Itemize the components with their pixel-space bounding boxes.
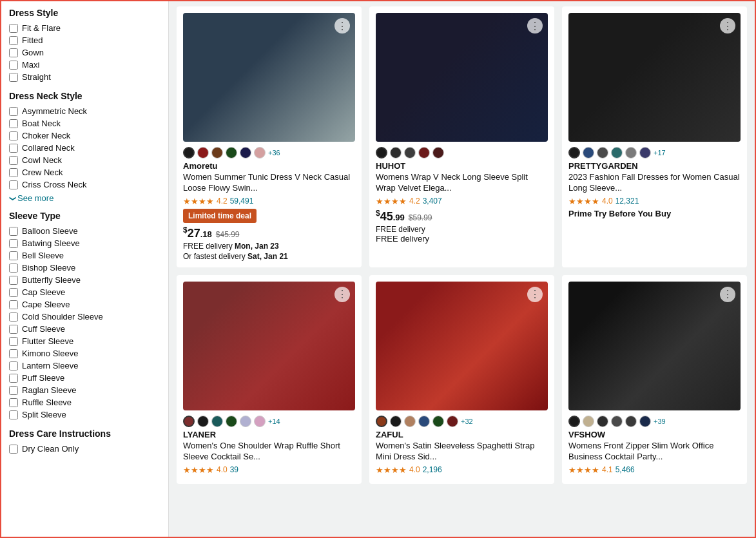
- filter-checkbox[interactable]: [9, 349, 18, 358]
- filter-item[interactable]: Bishop Sleeve: [9, 262, 160, 274]
- filter-item[interactable]: Puff Sleeve: [9, 372, 160, 384]
- filter-checkbox[interactable]: [9, 239, 18, 248]
- product-image[interactable]: ⋮: [376, 282, 548, 410]
- filter-item[interactable]: Lantern Sleeve: [9, 360, 160, 372]
- three-dot-menu[interactable]: ⋮: [527, 287, 543, 302]
- product-title[interactable]: Womens Front Zipper Slim Work Office Bus…: [568, 441, 741, 463]
- color-swatch[interactable]: [625, 416, 637, 427]
- product-title[interactable]: Women's Satin Sleeveless Spaghetti Strap…: [376, 441, 548, 463]
- filter-item[interactable]: Kimono Sleeve: [9, 347, 160, 360]
- prime-try-text[interactable]: Prime Try Before You Buy: [568, 209, 741, 218]
- star-rating[interactable]: ★★★★: [183, 465, 214, 475]
- product-image[interactable]: ⋮: [568, 13, 741, 142]
- filter-item[interactable]: Split Sleeve: [9, 408, 160, 421]
- color-swatch[interactable]: [390, 416, 402, 427]
- filter-item[interactable]: Choker Neck: [9, 130, 160, 142]
- color-swatch[interactable]: [211, 416, 223, 427]
- color-swatch[interactable]: [568, 147, 580, 159]
- filter-checkbox[interactable]: [9, 386, 18, 395]
- color-swatch[interactable]: [226, 416, 237, 427]
- filter-item[interactable]: Straight: [9, 71, 160, 83]
- color-swatch[interactable]: [639, 416, 651, 427]
- filter-checkbox[interactable]: [9, 24, 18, 33]
- color-swatch[interactable]: [183, 416, 195, 427]
- color-swatch[interactable]: [625, 147, 637, 159]
- three-dot-menu[interactable]: ⋮: [334, 287, 350, 302]
- color-swatch[interactable]: [568, 416, 580, 427]
- color-swatch[interactable]: [254, 147, 266, 159]
- filter-item[interactable]: Cuff Sleeve: [9, 323, 160, 335]
- product-image[interactable]: ⋮: [376, 13, 548, 142]
- filter-checkbox[interactable]: [9, 264, 18, 273]
- three-dot-menu[interactable]: ⋮: [334, 18, 350, 34]
- filter-item[interactable]: Batwing Sleeve: [9, 237, 160, 249]
- swatch-more[interactable]: +39: [654, 418, 666, 425]
- filter-checkbox[interactable]: [9, 131, 18, 140]
- filter-checkbox[interactable]: [9, 445, 18, 454]
- filter-item[interactable]: Butterfly Sleeve: [9, 274, 160, 286]
- filter-checkbox[interactable]: [9, 325, 18, 334]
- filter-item[interactable]: Balloon Sleeve: [9, 225, 160, 237]
- color-swatch[interactable]: [376, 416, 387, 427]
- color-swatch[interactable]: [418, 416, 430, 427]
- filter-item[interactable]: Asymmetric Neck: [9, 105, 160, 117]
- product-title[interactable]: Womens Wrap V Neck Long Sleeve Split Wra…: [376, 172, 548, 194]
- filter-item[interactable]: Fit & Flare: [9, 22, 160, 34]
- color-swatch[interactable]: [583, 147, 594, 159]
- color-swatch[interactable]: [211, 147, 223, 159]
- filter-item[interactable]: Maxi: [9, 59, 160, 71]
- filter-checkbox[interactable]: [9, 398, 18, 407]
- review-count[interactable]: 3,407: [423, 197, 442, 206]
- review-count[interactable]: 59,491: [230, 197, 254, 206]
- filter-item[interactable]: Gown: [9, 46, 160, 59]
- filter-checkbox[interactable]: [9, 144, 18, 153]
- color-swatch[interactable]: [254, 416, 266, 427]
- review-count[interactable]: 39: [230, 465, 238, 474]
- color-swatch[interactable]: [404, 416, 416, 427]
- color-swatch[interactable]: [611, 147, 623, 159]
- color-swatch[interactable]: [240, 416, 251, 427]
- color-swatch[interactable]: [183, 147, 195, 159]
- filter-checkbox[interactable]: [9, 337, 18, 346]
- filter-checkbox[interactable]: [9, 61, 18, 70]
- filter-item[interactable]: Fitted: [9, 34, 160, 46]
- star-rating[interactable]: ★★★★: [568, 197, 599, 206]
- filter-checkbox[interactable]: [9, 374, 18, 383]
- color-swatch[interactable]: [376, 147, 387, 159]
- filter-checkbox[interactable]: [9, 288, 18, 297]
- filter-item[interactable]: Cape Sleeve: [9, 298, 160, 311]
- color-swatch[interactable]: [597, 416, 608, 427]
- filter-checkbox[interactable]: [9, 156, 18, 165]
- filter-item[interactable]: Boat Neck: [9, 117, 160, 130]
- color-swatch[interactable]: [197, 147, 209, 159]
- product-title[interactable]: 2023 Fashion Fall Dresses for Women Casu…: [568, 172, 741, 194]
- filter-item[interactable]: Flutter Sleeve: [9, 335, 160, 347]
- swatch-more[interactable]: +32: [461, 418, 473, 425]
- color-swatch[interactable]: [597, 147, 608, 159]
- swatch-more[interactable]: +17: [654, 149, 666, 157]
- star-rating[interactable]: ★★★★: [183, 197, 214, 206]
- three-dot-menu[interactable]: ⋮: [720, 287, 735, 302]
- filter-checkbox[interactable]: [9, 73, 18, 82]
- filter-item[interactable]: Ruffle Sleeve: [9, 396, 160, 408]
- see-more-link[interactable]: ❯ See more: [10, 193, 160, 203]
- color-swatch[interactable]: [447, 416, 458, 427]
- color-swatch[interactable]: [639, 147, 651, 159]
- filter-checkbox[interactable]: [9, 312, 18, 322]
- filter-item[interactable]: Cold Shoulder Sleeve: [9, 311, 160, 323]
- filter-checkbox[interactable]: [9, 36, 18, 45]
- review-count[interactable]: 12,321: [615, 197, 639, 206]
- review-count[interactable]: 5,466: [615, 465, 635, 474]
- color-swatch[interactable]: [240, 147, 251, 159]
- product-title[interactable]: Women Summer Tunic Dress V Neck Casual L…: [183, 172, 355, 194]
- product-image[interactable]: ⋮: [568, 282, 741, 410]
- color-swatch[interactable]: [583, 416, 594, 427]
- filter-item[interactable]: Dry Clean Only: [9, 443, 160, 455]
- filter-item[interactable]: Collared Neck: [9, 142, 160, 154]
- three-dot-menu[interactable]: ⋮: [720, 18, 735, 34]
- color-swatch[interactable]: [611, 416, 623, 427]
- filter-item[interactable]: Raglan Sleeve: [9, 384, 160, 396]
- filter-checkbox[interactable]: [9, 300, 18, 309]
- filter-checkbox[interactable]: [9, 227, 18, 236]
- color-swatch[interactable]: [390, 147, 402, 159]
